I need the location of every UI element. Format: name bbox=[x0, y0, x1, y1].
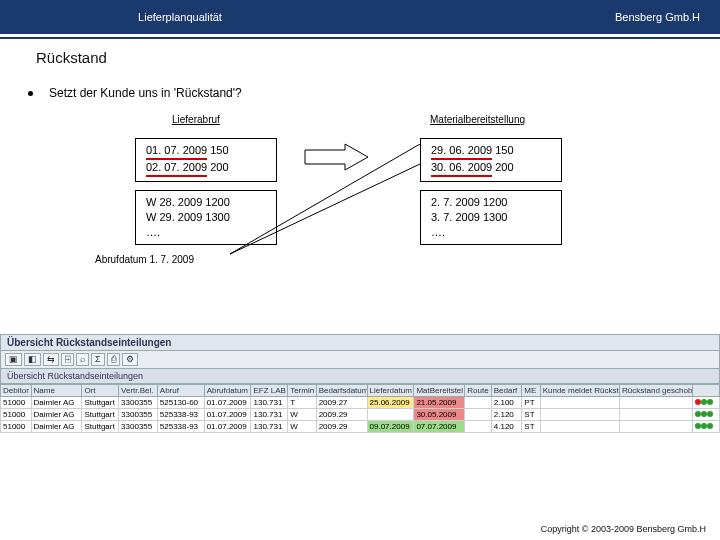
diagram-area: Lieferabruf Materialbereitstellung 01. 0… bbox=[0, 114, 720, 314]
table-cell: 25.06.2009 bbox=[367, 397, 414, 409]
bullet-text: Setzt der Kunde uns in 'Rückstand'? bbox=[49, 86, 242, 100]
tb-btn[interactable]: ⌕ bbox=[76, 353, 89, 366]
table-cell: 01.07.2009 bbox=[204, 409, 251, 421]
table-cell: ST bbox=[522, 409, 540, 421]
status-dot-icon bbox=[707, 423, 713, 429]
indicator-cell bbox=[693, 421, 720, 433]
rb1-l2b: 200 bbox=[495, 161, 513, 173]
table-col: Ort bbox=[82, 385, 119, 397]
header-right: Bensberg Gmb.H bbox=[360, 11, 720, 23]
rb1-l2a: 30. 06. 2009 bbox=[431, 160, 492, 177]
table-cell: Stuttgart bbox=[82, 409, 119, 421]
table-col: Vertr.Bel. bbox=[119, 385, 158, 397]
sap-table: DebitorNameOrtVertr.Bel.AbrufAbrufdatumE… bbox=[0, 384, 720, 433]
table-row[interactable]: 51000Daimler AGStuttgart3300355525338-93… bbox=[1, 409, 720, 421]
table-row[interactable]: 51000Daimler AGStuttgart3300355525338-93… bbox=[1, 421, 720, 433]
table-cell: 2009.27 bbox=[316, 397, 367, 409]
table-cell: 130.731 bbox=[251, 397, 288, 409]
right-box-2: 2. 7. 2009 1200 3. 7. 2009 1300 …. bbox=[420, 190, 562, 245]
table-cell bbox=[540, 421, 619, 433]
table-cell: 51000 bbox=[1, 421, 32, 433]
table-cell bbox=[465, 409, 491, 421]
table-cell: W bbox=[288, 409, 317, 421]
tb-btn[interactable]: ⇆ bbox=[43, 353, 59, 366]
table-cell bbox=[465, 421, 491, 433]
table-col bbox=[693, 385, 720, 397]
right-box-1: 29. 06. 2009 150 30. 06. 2009 200 bbox=[420, 138, 562, 182]
table-row[interactable]: 51000Daimler AGStuttgart3300355525130-60… bbox=[1, 397, 720, 409]
table-cell: 21.05.2009 bbox=[414, 397, 465, 409]
table-cell: PT bbox=[522, 397, 540, 409]
table-cell: 09.07.2009 bbox=[367, 421, 414, 433]
table-col: Lieferdatum bbox=[367, 385, 414, 397]
table-cell: 130.731 bbox=[251, 409, 288, 421]
abrufdatum-label: Abrufdatum 1. 7. 2009 bbox=[95, 254, 194, 265]
rb2-l1: 2. 7. 2009 1200 bbox=[431, 195, 551, 210]
table-cell: 525130-60 bbox=[157, 397, 204, 409]
table-cell bbox=[367, 409, 414, 421]
rb1-l1b: 150 bbox=[495, 144, 513, 156]
table-cell bbox=[465, 397, 491, 409]
table-col: Rückstand geschoben bbox=[620, 385, 693, 397]
table-cell: 4.120 bbox=[491, 421, 522, 433]
bullet-dot-icon bbox=[28, 91, 33, 96]
rb1-l1a: 29. 06. 2009 bbox=[431, 143, 492, 160]
table-cell: 3300355 bbox=[119, 397, 158, 409]
table-cell: 30.05.2009 bbox=[414, 409, 465, 421]
status-dot-icon bbox=[707, 411, 713, 417]
table-cell: 01.07.2009 bbox=[204, 421, 251, 433]
table-col: Kunde meldet Rückstand bbox=[540, 385, 619, 397]
table-cell: ST bbox=[522, 421, 540, 433]
table-cell: 130.731 bbox=[251, 421, 288, 433]
lb1-l2a: 02. 07. 2009 bbox=[146, 160, 207, 177]
header-left: Lieferplanqualität bbox=[0, 11, 360, 23]
table-cell: 07.07.2009 bbox=[414, 421, 465, 433]
table-col: Termin bbox=[288, 385, 317, 397]
table-cell: Daimler AG bbox=[31, 409, 82, 421]
table-cell: T bbox=[288, 397, 317, 409]
tb-btn[interactable]: ⚙ bbox=[122, 353, 138, 366]
table-cell: Stuttgart bbox=[82, 421, 119, 433]
left-col-heading: Lieferabruf bbox=[172, 114, 220, 125]
table-cell: W bbox=[288, 421, 317, 433]
rb2-l3: …. bbox=[431, 225, 551, 240]
tb-btn[interactable]: Σ bbox=[91, 353, 105, 366]
table-col: Bedarfsdatum bbox=[316, 385, 367, 397]
page-title: Rückstand bbox=[36, 49, 720, 66]
table-col: Route bbox=[465, 385, 491, 397]
table-col: EFZ LAB bbox=[251, 385, 288, 397]
sap-toolbar: ▣ ◧ ⇆ ⍈ ⌕ Σ ⎙ ⚙ bbox=[0, 351, 720, 369]
table-cell bbox=[620, 397, 693, 409]
table-col: ME bbox=[522, 385, 540, 397]
table-cell: Daimler AG bbox=[31, 397, 82, 409]
indicator-cell bbox=[693, 409, 720, 421]
tb-btn[interactable]: ▣ bbox=[5, 353, 22, 366]
table-cell bbox=[620, 409, 693, 421]
sap-strip: Übersicht Rückstandseinteilungen bbox=[0, 369, 720, 384]
tb-btn[interactable]: ⎙ bbox=[107, 353, 120, 366]
tb-btn[interactable]: ◧ bbox=[24, 353, 41, 366]
right-col-heading: Materialbereitstellung bbox=[430, 114, 525, 125]
table-cell: 2.120 bbox=[491, 409, 522, 421]
status-dot-icon bbox=[707, 399, 713, 405]
table-header-row: DebitorNameOrtVertr.Bel.AbrufAbrufdatumE… bbox=[1, 385, 720, 397]
table-cell: Daimler AG bbox=[31, 421, 82, 433]
table-cell: 51000 bbox=[1, 397, 32, 409]
table-cell bbox=[620, 421, 693, 433]
svg-line-1 bbox=[230, 144, 420, 254]
table-col: Debitor bbox=[1, 385, 32, 397]
header-bar: Lieferplanqualität Bensberg Gmb.H bbox=[0, 0, 720, 34]
table-col: Bedarf bbox=[491, 385, 522, 397]
header-underline bbox=[0, 37, 720, 39]
table-cell: 3300355 bbox=[119, 409, 158, 421]
table-cell: Stuttgart bbox=[82, 397, 119, 409]
table-cell: 525338-93 bbox=[157, 421, 204, 433]
table-cell: 01.07.2009 bbox=[204, 397, 251, 409]
bullet-row: Setzt der Kunde uns in 'Rückstand'? bbox=[28, 86, 720, 100]
table-cell: 3300355 bbox=[119, 421, 158, 433]
table-col: Abrufdatum bbox=[204, 385, 251, 397]
sap-title: Übersicht Rückstandseinteilungen bbox=[0, 334, 720, 351]
tb-btn[interactable]: ⍈ bbox=[61, 353, 74, 366]
table-cell: 2009.29 bbox=[316, 421, 367, 433]
lb1-l1b: 150 bbox=[210, 144, 228, 156]
